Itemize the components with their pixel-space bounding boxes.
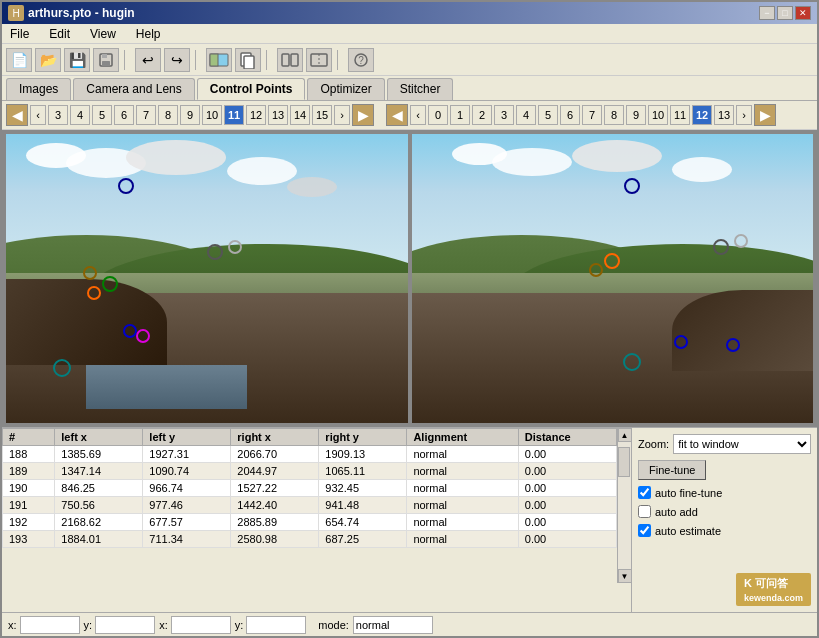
left-nav-3[interactable]: 3 [48, 105, 68, 125]
import-button[interactable] [206, 48, 232, 72]
copy-button[interactable] [235, 48, 261, 72]
new-button[interactable]: 📄 [6, 48, 32, 72]
table-scroll: # left x left y right x right y Alignmen… [2, 428, 631, 583]
maximize-button[interactable]: □ [777, 6, 793, 20]
table-cell-2: 1090.74 [143, 463, 231, 480]
cp-left-1 [118, 178, 134, 194]
stitch-button[interactable] [306, 48, 332, 72]
left-nav-6[interactable]: 6 [114, 105, 134, 125]
y2-input[interactable] [246, 616, 306, 634]
left-nav-10[interactable]: 10 [202, 105, 222, 125]
left-nav-14[interactable]: 14 [290, 105, 310, 125]
table-cell-3: 1527.22 [231, 480, 319, 497]
table-row[interactable]: 1881385.691927.312066.701909.13normal0.0… [3, 446, 617, 463]
y1-input[interactable] [95, 616, 155, 634]
table-cell-0: 189 [3, 463, 55, 480]
left-nav-next-arrow[interactable]: ▶ [352, 104, 374, 126]
finetune-button[interactable]: Fine-tune [638, 460, 706, 480]
table-scrollbar[interactable]: ▲ ▼ [617, 428, 631, 583]
scrollbar-thumb[interactable] [618, 447, 630, 477]
right-nav-0[interactable]: 0 [428, 105, 448, 125]
table-cell-6: 0.00 [518, 531, 616, 548]
table-row[interactable]: 191750.56977.461442.40941.48normal0.00 [3, 497, 617, 514]
table-cell-1: 2168.62 [55, 514, 143, 531]
left-nav-4[interactable]: 4 [70, 105, 90, 125]
right-nav-13[interactable]: 13 [714, 105, 734, 125]
table-row[interactable]: 1891347.141090.742044.971065.11normal0.0… [3, 463, 617, 480]
svg-rect-4 [210, 54, 218, 66]
right-nav-7[interactable]: 7 [582, 105, 602, 125]
right-nav-2[interactable]: 2 [472, 105, 492, 125]
status-x1: x: [8, 616, 80, 634]
undo-button[interactable]: ↩ [135, 48, 161, 72]
menu-edit[interactable]: Edit [45, 27, 74, 41]
menu-help[interactable]: Help [132, 27, 165, 41]
auto-estimate-checkbox[interactable] [638, 524, 651, 537]
table-cell-3: 2066.70 [231, 446, 319, 463]
right-nav-1[interactable]: 1 [450, 105, 470, 125]
right-nav-back[interactable]: ‹ [410, 105, 426, 125]
right-nav-11[interactable]: 11 [670, 105, 690, 125]
table-cell-1: 750.56 [55, 497, 143, 514]
left-nav-9[interactable]: 9 [180, 105, 200, 125]
table-cell-5: normal [407, 514, 518, 531]
right-image-container[interactable] [412, 134, 814, 423]
tab-camera-lens[interactable]: Camera and Lens [73, 78, 194, 100]
left-image-container[interactable] [6, 134, 408, 423]
right-nav-4[interactable]: 4 [516, 105, 536, 125]
left-nav-11[interactable]: 11 [224, 105, 244, 125]
x1-input[interactable] [20, 616, 80, 634]
table-row[interactable]: 1931884.01711.342580.98687.25normal0.00 [3, 531, 617, 548]
save-button[interactable]: 💾 [64, 48, 90, 72]
table-cell-0: 191 [3, 497, 55, 514]
table-row[interactable]: 190846.25966.741527.22932.45normal0.00 [3, 480, 617, 497]
right-nav-6[interactable]: 6 [560, 105, 580, 125]
scrollbar-up[interactable]: ▲ [618, 428, 632, 442]
tab-optimizer[interactable]: Optimizer [307, 78, 384, 100]
minimize-button[interactable]: − [759, 6, 775, 20]
open-button[interactable]: 📂 [35, 48, 61, 72]
close-button[interactable]: ✕ [795, 6, 811, 20]
right-nav-12[interactable]: 12 [692, 105, 712, 125]
toolbar-separator-1 [124, 50, 130, 70]
redo-button[interactable]: ↪ [164, 48, 190, 72]
left-nav-5[interactable]: 5 [92, 105, 112, 125]
right-nav-9[interactable]: 9 [626, 105, 646, 125]
mode-input[interactable] [353, 616, 433, 634]
left-nav-back[interactable]: ‹ [30, 105, 46, 125]
auto-finetune-checkbox[interactable] [638, 486, 651, 499]
left-nav-12[interactable]: 12 [246, 105, 266, 125]
svg-rect-2 [102, 61, 110, 66]
view-button[interactable] [277, 48, 303, 72]
auto-add-checkbox[interactable] [638, 505, 651, 518]
save-as-button[interactable] [93, 48, 119, 72]
cp-left-4 [83, 266, 97, 280]
table-row[interactable]: 1922168.62677.572885.89654.74normal0.00 [3, 514, 617, 531]
scrollbar-down[interactable]: ▼ [618, 569, 632, 583]
zoom-select[interactable]: fit to window 25% 50% 100% 200% [673, 434, 811, 454]
table-cell-2: 711.34 [143, 531, 231, 548]
tab-images[interactable]: Images [6, 78, 71, 100]
right-nav-3[interactable]: 3 [494, 105, 514, 125]
left-nav-prev-arrow[interactable]: ◀ [6, 104, 28, 126]
left-nav-7[interactable]: 7 [136, 105, 156, 125]
left-nav-8[interactable]: 8 [158, 105, 178, 125]
y2-label: y: [235, 619, 244, 631]
right-nav-next-arrow[interactable]: ▶ [754, 104, 776, 126]
right-nav-fwd[interactable]: › [736, 105, 752, 125]
toolbar-separator-2 [195, 50, 201, 70]
help-button[interactable]: ? [348, 48, 374, 72]
right-nav-5[interactable]: 5 [538, 105, 558, 125]
tab-stitcher[interactable]: Stitcher [387, 78, 454, 100]
left-nav-15[interactable]: 15 [312, 105, 332, 125]
tab-control-points[interactable]: Control Points [197, 78, 306, 100]
table-inner[interactable]: # left x left y right x right y Alignmen… [2, 428, 617, 583]
menu-file[interactable]: File [6, 27, 33, 41]
menu-view[interactable]: View [86, 27, 120, 41]
left-nav-fwd[interactable]: › [334, 105, 350, 125]
left-nav-13[interactable]: 13 [268, 105, 288, 125]
x2-input[interactable] [171, 616, 231, 634]
right-nav-8[interactable]: 8 [604, 105, 624, 125]
right-nav-10[interactable]: 10 [648, 105, 668, 125]
right-nav-prev-arrow[interactable]: ◀ [386, 104, 408, 126]
